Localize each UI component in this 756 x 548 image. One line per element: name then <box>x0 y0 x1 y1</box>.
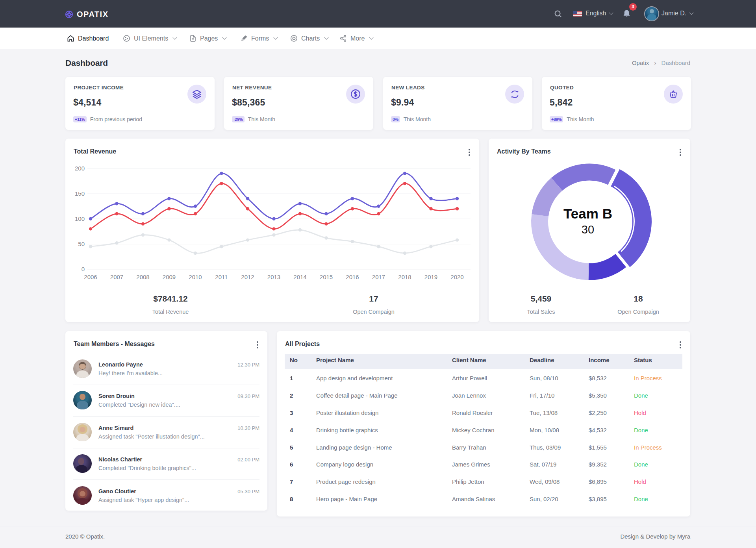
svg-text:2015: 2015 <box>320 274 333 280</box>
svg-text:2006: 2006 <box>84 274 97 280</box>
svg-text:150: 150 <box>75 190 85 197</box>
svg-text:2016: 2016 <box>346 274 359 280</box>
svg-text:2020: 2020 <box>450 274 463 280</box>
svg-text:2017: 2017 <box>372 274 385 280</box>
svg-text:2010: 2010 <box>189 274 202 280</box>
svg-text:30: 30 <box>582 223 594 236</box>
svg-text:2009: 2009 <box>163 274 176 280</box>
svg-text:200: 200 <box>75 165 85 172</box>
svg-text:0: 0 <box>82 266 85 272</box>
svg-text:2012: 2012 <box>241 274 254 280</box>
svg-text:2014: 2014 <box>293 274 306 280</box>
svg-text:2013: 2013 <box>267 274 280 280</box>
svg-text:2018: 2018 <box>398 274 411 280</box>
svg-text:2011: 2011 <box>215 274 228 280</box>
svg-text:2008: 2008 <box>136 274 149 280</box>
svg-text:100: 100 <box>75 215 85 222</box>
svg-text:50: 50 <box>78 241 85 247</box>
svg-text:2007: 2007 <box>110 274 123 280</box>
svg-text:2019: 2019 <box>424 274 437 280</box>
svg-text:Team B: Team B <box>563 206 612 221</box>
